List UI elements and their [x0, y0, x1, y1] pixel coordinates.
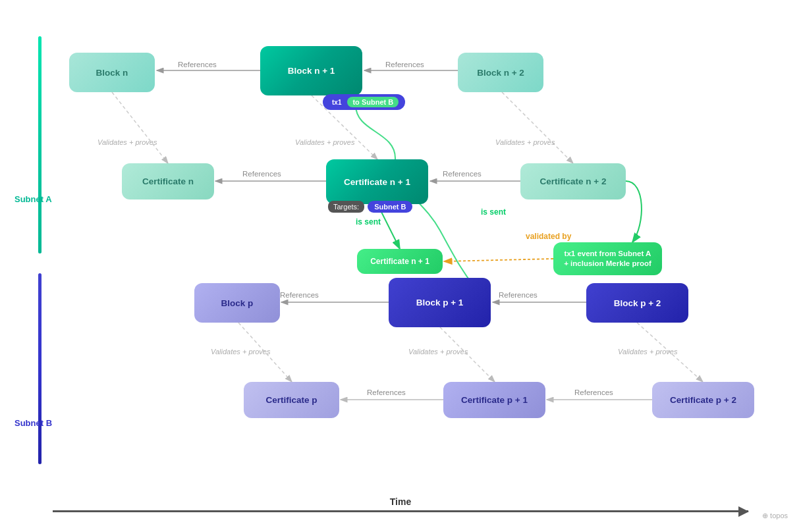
cert-p2-node: Certificate p + 2 [652, 382, 754, 418]
svg-line-10 [502, 92, 573, 163]
svg-line-8 [112, 92, 168, 163]
tx1-badge: tx1 to Subnet B [323, 94, 405, 110]
validates-label-3: Validates + proves [495, 138, 555, 146]
validates-label-6: Validates + proves [618, 348, 677, 356]
ref-label-7: References [367, 388, 406, 396]
ref-label-3: References [242, 170, 281, 178]
ref-label-2: References [385, 61, 424, 68]
tx1-label: tx1 [329, 98, 344, 107]
time-section: Time [53, 496, 748, 512]
cert-p1-node: Certificate p + 1 [443, 382, 545, 418]
validates-label-2: Validates + proves [295, 138, 354, 146]
ref-label-1: References [178, 61, 217, 68]
subnet-b-label: Subnet B [14, 418, 52, 428]
diagram-container: Subnet A Subnet B [0, 0, 801, 532]
cert-n1-small-node: Certificate n + 1 [357, 249, 443, 274]
targets-badge: Targets: Subnet B [328, 201, 412, 213]
to-subnet-b-label: to Subnet B [347, 97, 399, 107]
validates-label-5: Validates + proves [408, 348, 468, 356]
block-p2-node: Block p + 2 [586, 283, 688, 323]
cert-p-node: Certificate p [244, 382, 339, 418]
targets-label: Targets: [328, 201, 364, 213]
block-n-node: Block n [69, 53, 155, 92]
block-n1-node: Block n + 1 [260, 46, 362, 95]
is-sent-label-1: is sent [356, 217, 381, 226]
tx1-event-box: tx1 event from Subnet A+ inclusion Merkl… [553, 242, 662, 275]
ref-label-5: References [280, 291, 319, 299]
cert-n-node: Certificate n [122, 163, 214, 200]
topos-logo: ⊕ topos [762, 512, 788, 520]
subnet-b-badge: Subnet B [368, 201, 412, 213]
cert-n2-node: Certificate n + 2 [520, 163, 626, 200]
cert-n1-node: Certificate n + 1 [326, 159, 428, 204]
block-p-node: Block p [194, 283, 280, 323]
time-label: Time [390, 496, 411, 507]
subnet-a-label: Subnet A [14, 194, 52, 204]
block-p1-node: Block p + 1 [389, 278, 491, 327]
ref-label-8: References [574, 388, 613, 396]
time-arrow-line [53, 510, 748, 512]
ref-label-4: References [443, 170, 482, 178]
validates-label-1: Validates + proves [97, 138, 157, 146]
ref-label-6: References [499, 291, 538, 299]
validated-by-label: validated by [526, 232, 571, 241]
svg-line-19 [444, 259, 553, 261]
validates-label-4: Validates + proves [211, 348, 270, 356]
subnet-b-bar [38, 273, 41, 464]
is-sent-label-2: is sent [481, 207, 506, 217]
block-n2-node: Block n + 2 [458, 53, 543, 92]
subnet-a-bar [38, 36, 41, 253]
